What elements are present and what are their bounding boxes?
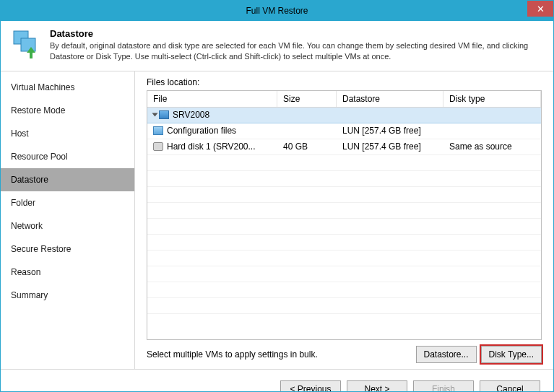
file-name: SRV2008: [173, 110, 209, 120]
page-title: Datastore: [50, 28, 543, 39]
datastore-button[interactable]: Datastore...: [416, 346, 477, 363]
cell-datastore: LUN [257.4 GB free]: [337, 126, 443, 136]
table-row-empty: [147, 282, 541, 298]
files-location-label: Files location:: [147, 77, 542, 87]
sidebar-item-reason[interactable]: Reason: [1, 261, 134, 284]
wizard-header: Datastore By default, original datastore…: [1, 21, 553, 71]
previous-button[interactable]: < Previous: [280, 380, 341, 392]
sidebar-item-host[interactable]: Host: [1, 122, 134, 145]
finish-button[interactable]: Finish: [413, 380, 474, 392]
col-size[interactable]: Size: [277, 91, 337, 107]
page-description: By default, original datastore and disk …: [50, 40, 543, 62]
disk-type-button[interactable]: Disk Type...: [481, 346, 542, 363]
table-row[interactable]: Hard disk 1 (SRV200...40 GBLUN [257.4 GB…: [147, 139, 541, 155]
file-name: Hard disk 1 (SRV200...: [167, 141, 256, 152]
cell-file: SRV2008: [147, 110, 277, 120]
table-row-empty: [147, 235, 541, 251]
sidebar-item-restore-mode[interactable]: Restore Mode: [1, 99, 134, 122]
datastore-icon: [11, 28, 43, 60]
table-row-empty: [147, 171, 541, 187]
sidebar-item-network[interactable]: Network: [1, 214, 134, 238]
close-button[interactable]: ✕: [527, 1, 553, 17]
grid-header: File Size Datastore Disk type: [147, 91, 541, 108]
sidebar-item-secure-restore[interactable]: Secure Restore: [1, 238, 134, 261]
col-disk-type[interactable]: Disk type: [443, 91, 541, 107]
bulk-hint: Select multiple VMs to apply settings in…: [147, 349, 318, 360]
table-row-empty: [147, 251, 541, 266]
wizard-footer: < Previous Next > Finish Cancel: [1, 369, 553, 392]
disk-icon: [153, 142, 163, 151]
table-row-empty: [147, 187, 541, 203]
sidebar-item-virtual-machines[interactable]: Virtual Machines: [1, 76, 134, 99]
table-row-empty: [147, 203, 541, 219]
cell-file: Hard disk 1 (SRV200...: [147, 141, 277, 152]
table-row-empty: [147, 219, 541, 235]
cancel-button[interactable]: Cancel: [480, 380, 540, 392]
expand-icon[interactable]: [152, 113, 158, 117]
table-row[interactable]: Configuration filesLUN [257.4 GB free]: [147, 123, 541, 139]
next-button[interactable]: Next >: [347, 380, 407, 392]
sidebar-item-folder[interactable]: Folder: [1, 191, 134, 214]
table-row-empty: [147, 298, 541, 314]
files-grid: File Size Datastore Disk type SRV2008Con…: [147, 90, 542, 340]
file-name: Configuration files: [167, 126, 236, 136]
vm-icon: [159, 110, 169, 119]
cell-file: Configuration files: [147, 126, 277, 136]
cfg-icon: [153, 126, 163, 135]
table-row-empty: [147, 155, 541, 171]
sidebar-item-summary[interactable]: Summary: [1, 284, 134, 307]
window-title: Full VM Restore: [246, 6, 308, 16]
cell-disk-type: Same as source: [443, 141, 541, 152]
title-bar: Full VM Restore ✕: [1, 1, 553, 21]
cell-size: 40 GB: [277, 141, 337, 152]
sidebar-item-resource-pool[interactable]: Resource Pool: [1, 145, 134, 168]
col-file[interactable]: File: [147, 91, 277, 107]
sidebar-item-datastore[interactable]: Datastore: [1, 168, 134, 191]
table-row[interactable]: SRV2008: [147, 108, 541, 123]
svg-rect-1: [21, 38, 35, 51]
wizard-sidebar: Virtual MachinesRestore ModeHostResource…: [1, 71, 135, 369]
close-icon: ✕: [537, 4, 545, 14]
table-row-empty: [147, 266, 541, 282]
cell-datastore: LUN [257.4 GB free]: [337, 141, 443, 152]
col-datastore[interactable]: Datastore: [337, 91, 443, 107]
